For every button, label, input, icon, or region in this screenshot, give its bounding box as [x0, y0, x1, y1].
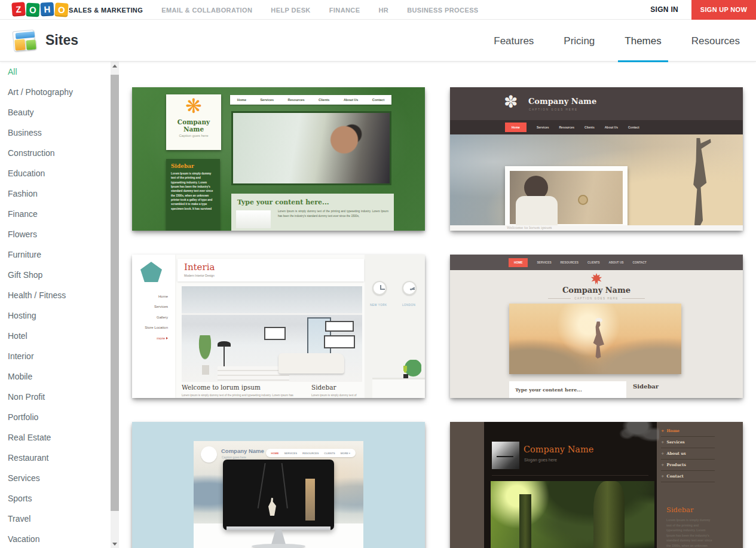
flower-logo-icon: ❋	[166, 94, 221, 118]
zoho-logo-letter: O	[54, 2, 69, 17]
sidebar-item-gift-shop[interactable]: Gift Shop	[0, 265, 119, 285]
suite-nav-email-collaboration[interactable]: EMAIL & COLLABORATION	[161, 7, 252, 14]
tree-trunk-shape	[519, 494, 531, 548]
theme-card-maple-leaf[interactable]: HOME SERVICES RESOURCES CLIENTS ABOUT US…	[450, 255, 743, 398]
theme3-header: Interia Modern Interior Design	[177, 259, 364, 281]
theme4-company-name: Company Name	[450, 286, 743, 295]
tab-themes[interactable]: Themes	[610, 20, 676, 62]
portrait-photo	[492, 442, 519, 469]
sidebar-item-business[interactable]: Business	[0, 123, 119, 143]
suite-nav-business-process[interactable]: BUSINESS PROCESS	[407, 7, 478, 14]
wall-frame	[325, 321, 354, 332]
theme-card-blue-monitor[interactable]: Company Name Caption goes here HOME SERV…	[132, 422, 425, 548]
theme5-nav: HOME SERVICES RESOURCES CLIENTS MORE ▾	[266, 449, 356, 457]
skyscraper-shape	[305, 479, 315, 521]
sidebar-item-travel[interactable]: Travel	[0, 509, 119, 529]
woman-silhouette	[685, 138, 712, 228]
theme6-slogan: Slogan goes here	[524, 458, 557, 462]
sidebar-item-beauty[interactable]: Beauty	[0, 102, 119, 123]
scrollbar-down-arrow[interactable]	[111, 540, 119, 548]
zoho-logo[interactable]: Z O H O	[12, 2, 68, 16]
active-tab-underline	[618, 60, 668, 62]
theme-card-interia[interactable]: NEW YORK LONDON Home Services Gallery St…	[132, 255, 425, 398]
tab-pricing[interactable]: Pricing	[549, 20, 610, 62]
sidebar-item-services[interactable]: Services	[0, 468, 119, 488]
theme2-hero-image	[450, 134, 743, 225]
sidebar-item-vacation[interactable]: Vacation	[0, 529, 119, 548]
theme-card-dark-brown-flower[interactable]: ✽ Company Name CAPTION GOES HERE Home Se…	[450, 87, 743, 231]
theme3-sidebar-heading: Sidebar	[311, 384, 336, 391]
theme5-caption: Caption goes here	[222, 455, 246, 459]
theme1-logo-card: ❋ Company Name Caption goes here	[166, 94, 221, 150]
suite-nav-finance[interactable]: FINANCE	[329, 7, 360, 14]
sidebar-item-education[interactable]: Education	[0, 163, 119, 183]
scrollbar-thumb[interactable]	[111, 75, 119, 511]
girl-silhouette	[592, 322, 605, 359]
theme1-hero-image	[231, 111, 391, 185]
compass-icon	[578, 195, 588, 205]
theme3-title: Interia	[184, 262, 357, 273]
theme4-content-box: Type your content here...	[509, 381, 626, 398]
theme3-welcome-heading: Welcome to lorum ipsum	[182, 384, 261, 391]
sidebar-item-interior[interactable]: Interior	[0, 346, 119, 366]
site-header: Sites Features Pricing Themes Resources	[0, 20, 756, 62]
theme6-menu: +Home +Services +About us +Products +Con…	[661, 425, 715, 482]
sidebar-item-art-photography[interactable]: Art / Photography	[0, 82, 119, 102]
theme4-hero-image	[509, 304, 681, 374]
sidebar-item-hotel[interactable]: Hotel	[0, 326, 119, 346]
theme2-header: ✽ Company Name CAPTION GOES HERE	[450, 87, 743, 120]
image-placeholder	[236, 210, 271, 228]
theme1-company-name: Company Name	[166, 118, 221, 133]
theme5-company-name: Company Name	[221, 448, 264, 454]
sidebar-item-health-fitness[interactable]: Health / Fitness	[0, 285, 119, 305]
monitor-mockup	[223, 460, 334, 530]
sidebar-item-portfolio[interactable]: Portfolio	[0, 407, 119, 427]
suite-nav: SALES & MARKETING EMAIL & COLLABORATION …	[69, 0, 479, 20]
theme-card-dark-forest[interactable]: Company Name Slogan goes here +Home +Ser…	[450, 422, 743, 548]
suite-nav-help-desk[interactable]: HELP DESK	[271, 7, 310, 14]
theme1-content-box: Type your content here... Lorem Ipsum is…	[231, 194, 394, 231]
theme1-caption: Caption goes here	[166, 134, 221, 137]
page-title: Sites	[45, 32, 78, 48]
sidebar-item-mobile[interactable]: Mobile	[0, 366, 119, 387]
plant-decoration	[196, 335, 214, 366]
theme3-hero-image	[182, 286, 362, 382]
sidebar-item-flowers[interactable]: Flowers	[0, 224, 119, 244]
flower-logo-icon: ✽	[504, 92, 518, 112]
zoho-logo-letter: O	[26, 2, 39, 17]
sidebar-item-fashion[interactable]: Fashion	[0, 183, 119, 204]
theme2-caption: CAPTION GOES HERE	[529, 108, 578, 111]
zoho-logo-letter: H	[40, 2, 54, 16]
sidebar-item-real-estate[interactable]: Real Estate	[0, 427, 119, 448]
sidebar-item-construction[interactable]: Construction	[0, 143, 119, 163]
wall-frame	[264, 327, 286, 340]
sidebar-item-non-profit[interactable]: Non Profit	[0, 387, 119, 407]
more-arrow-icon	[166, 337, 168, 339]
top-bar: Z O H O SALES & MARKETING EMAIL & COLLAB…	[0, 0, 756, 20]
sign-up-now-button[interactable]: SIGN UP NOW	[691, 0, 756, 20]
product-nav: Features Pricing Themes Resources	[479, 20, 755, 62]
sidebar-item-hosting[interactable]: Hosting	[0, 305, 119, 326]
polaroid-photo	[505, 166, 628, 229]
sign-in-link[interactable]: SIGN IN	[650, 0, 678, 20]
scrollbar-up-arrow[interactable]	[111, 62, 119, 70]
sidebar-item-sports[interactable]: Sports	[0, 488, 119, 509]
tab-features[interactable]: Features	[479, 20, 549, 62]
sidebar-item-finance[interactable]: Finance	[0, 204, 119, 224]
tab-resources[interactable]: Resources	[677, 20, 755, 62]
theme3-subtitle: Modern Interior Design	[184, 274, 357, 277]
monitor-screen-image	[227, 463, 330, 524]
sidebar-item-furniture[interactable]: Furniture	[0, 244, 119, 265]
sidebar-scrollbar[interactable]	[111, 62, 119, 548]
sidebar-item-all[interactable]: All	[0, 62, 119, 82]
suite-nav-hr[interactable]: HR	[378, 7, 388, 14]
circle-logo-icon	[201, 446, 217, 463]
category-sidebar: All Art / Photography Beauty Business Co…	[0, 62, 119, 548]
sidebar-item-restaurant[interactable]: Restaurant	[0, 448, 119, 468]
theme4-sidebar-heading: Sidebar	[633, 383, 659, 390]
theme4-nav: HOME SERVICES RESOURCES CLIENTS ABOUT US…	[450, 255, 743, 270]
theme-card-green-chalkboard[interactable]: ❋ Company Name Caption goes here Home Se…	[132, 87, 425, 231]
branch-decoration	[587, 422, 659, 464]
theme2-nav: Home Services Resources Clients About Us…	[450, 120, 743, 134]
suite-nav-sales-marketing[interactable]: SALES & MARKETING	[69, 7, 143, 14]
